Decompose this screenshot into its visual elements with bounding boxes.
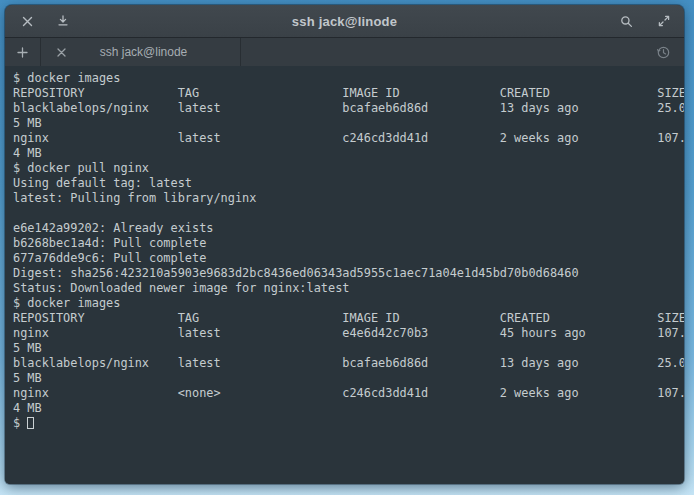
terminal-line: Status: Downloaded newer image for nginx… [13,281,684,296]
close-icon [22,16,33,27]
terminal-line: Using default tag: latest [13,176,684,191]
tab-close-button[interactable] [51,42,71,62]
terminal-screen[interactable]: $ docker images REPOSITORY TAG IMAGE ID … [5,66,684,484]
title-bar[interactable]: ssh jack@linode [5,5,684,38]
prompt-line: $ [13,416,684,431]
terminal-line: blacklabelops/nginx latest bcafaeb6d86d … [13,101,684,116]
expand-button[interactable] [652,9,676,33]
terminal-line [13,206,684,221]
prompt-text: $ [13,416,27,430]
terminal-line: nginx latest e4e6d42c70b3 45 hours ago 1… [13,326,684,341]
terminal-line: e6e142a99202: Already exists [13,221,684,236]
terminal-line: $ docker images [13,71,684,86]
search-icon [620,15,633,28]
terminal-line: REPOSITORY TAG IMAGE ID CREATED SIZE [13,86,684,101]
tab-bar: ssh jack@linode [5,38,684,66]
download-button[interactable] [51,9,75,33]
terminal-line: Digest: sha256:423210a5903e9683d2bc8436e… [13,266,684,281]
terminal-line: REPOSITORY TAG IMAGE ID CREATED SIZE [13,311,684,326]
history-button[interactable] [642,38,684,66]
new-tab-button[interactable] [5,38,41,66]
terminal-line: 5 MB [13,371,684,386]
close-button[interactable] [15,9,39,33]
terminal-line: blacklabelops/nginx latest bcafaeb6d86d … [13,356,684,371]
history-icon [656,45,671,60]
search-button[interactable] [614,9,638,33]
tab-ssh-session[interactable]: ssh jack@linode [41,38,241,66]
new-tab-icon [17,47,28,58]
text-cursor [27,417,34,429]
terminal-line: latest: Pulling from library/nginx [13,191,684,206]
terminal-line: 4 MB [13,146,684,161]
terminal-line: 5 MB [13,116,684,131]
terminal-line: $ docker images [13,296,684,311]
terminal-line: 677a76dde9c6: Pull complete [13,251,684,266]
download-icon [57,15,69,27]
terminal-line: 5 MB [13,341,684,356]
tab-bar-spacer [241,38,642,66]
tab-label: ssh jack@linode [71,45,230,59]
terminal-window: ssh jack@linode [5,5,684,484]
terminal-line: 4 MB [13,401,684,416]
tab-close-icon [57,48,66,57]
expand-icon [658,15,670,27]
terminal-line: nginx <none> c246cd3dd41d 2 weeks ago 10… [13,386,684,401]
terminal-line: $ docker pull nginx [13,161,684,176]
terminal-line: b6268bec1a4d: Pull complete [13,236,684,251]
desktop-background: ssh jack@linode [0,0,694,495]
terminal-line: nginx latest c246cd3dd41d 2 weeks ago 10… [13,131,684,146]
window-title: ssh jack@linode [5,14,684,29]
